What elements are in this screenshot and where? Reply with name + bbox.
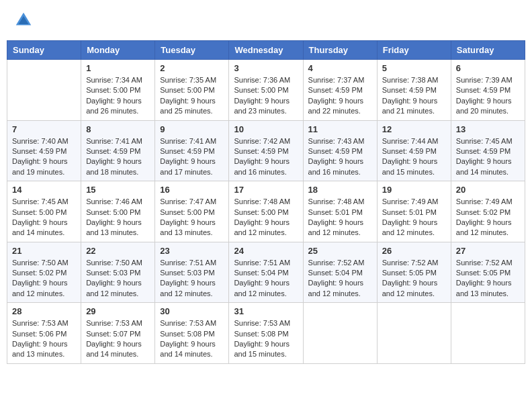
day-number: 19 — [382, 185, 446, 195]
day-number: 15 — [86, 185, 150, 195]
day-number: 23 — [160, 246, 224, 256]
day-number: 17 — [234, 185, 298, 195]
day-info: Sunrise: 7:52 AMSunset: 5:05 PMDaylight:… — [382, 258, 446, 300]
day-number: 18 — [308, 185, 372, 195]
day-cell: 21Sunrise: 7:50 AMSunset: 5:02 PMDayligh… — [7, 242, 81, 303]
day-info: Sunrise: 7:48 AMSunset: 5:00 PMDaylight:… — [234, 197, 298, 238]
week-row-3: 14Sunrise: 7:45 AMSunset: 5:00 PMDayligh… — [7, 181, 525, 242]
day-info: Sunrise: 7:48 AMSunset: 5:01 PMDaylight:… — [308, 197, 372, 238]
day-number: 26 — [382, 246, 446, 256]
day-cell: 3Sunrise: 7:36 AMSunset: 5:00 PMDaylight… — [229, 60, 303, 121]
day-info: Sunrise: 7:45 AMSunset: 4:59 PMDaylight:… — [456, 136, 520, 178]
day-info: Sunrise: 7:49 AMSunset: 5:01 PMDaylight:… — [382, 197, 446, 238]
day-info: Sunrise: 7:39 AMSunset: 4:59 PMDaylight:… — [456, 75, 520, 117]
day-cell: 8Sunrise: 7:41 AMSunset: 4:59 PMDaylight… — [81, 120, 155, 181]
logo-icon — [13, 10, 34, 30]
day-cell: 31Sunrise: 7:53 AMSunset: 5:08 PMDayligh… — [229, 303, 303, 364]
day-info: Sunrise: 7:38 AMSunset: 4:59 PMDaylight:… — [382, 75, 446, 117]
day-number: 2 — [160, 63, 224, 73]
day-info: Sunrise: 7:45 AMSunset: 5:00 PMDaylight:… — [12, 197, 76, 238]
page-header — [7, 7, 525, 34]
day-info: Sunrise: 7:53 AMSunset: 5:07 PMDaylight:… — [86, 318, 150, 360]
day-info: Sunrise: 7:41 AMSunset: 4:59 PMDaylight:… — [160, 136, 224, 178]
day-info: Sunrise: 7:53 AMSunset: 5:06 PMDaylight:… — [12, 318, 76, 360]
day-cell: 18Sunrise: 7:48 AMSunset: 5:01 PMDayligh… — [303, 181, 377, 242]
day-info: Sunrise: 7:35 AMSunset: 5:00 PMDaylight:… — [160, 75, 224, 117]
day-number: 13 — [456, 124, 520, 134]
day-number: 16 — [160, 185, 224, 195]
day-cell: 23Sunrise: 7:51 AMSunset: 5:03 PMDayligh… — [155, 242, 229, 303]
day-cell — [451, 303, 525, 364]
day-number: 9 — [160, 124, 224, 134]
day-info: Sunrise: 7:47 AMSunset: 5:00 PMDaylight:… — [160, 197, 224, 238]
day-info: Sunrise: 7:40 AMSunset: 4:59 PMDaylight:… — [12, 136, 76, 178]
day-cell: 5Sunrise: 7:38 AMSunset: 4:59 PMDaylight… — [377, 60, 451, 121]
day-info: Sunrise: 7:37 AMSunset: 4:59 PMDaylight:… — [308, 75, 372, 117]
day-cell: 29Sunrise: 7:53 AMSunset: 5:07 PMDayligh… — [81, 303, 155, 364]
day-cell: 24Sunrise: 7:51 AMSunset: 5:04 PMDayligh… — [229, 242, 303, 303]
day-number: 1 — [86, 63, 150, 73]
day-cell: 1Sunrise: 7:34 AMSunset: 5:00 PMDaylight… — [81, 60, 155, 121]
calendar-header-row: SundayMondayTuesdayWednesdayThursdayFrid… — [7, 41, 525, 60]
day-info: Sunrise: 7:49 AMSunset: 5:02 PMDaylight:… — [456, 197, 520, 238]
day-number: 10 — [234, 124, 298, 134]
day-info: Sunrise: 7:46 AMSunset: 5:00 PMDaylight:… — [86, 197, 150, 238]
week-row-4: 21Sunrise: 7:50 AMSunset: 5:02 PMDayligh… — [7, 242, 525, 303]
day-number: 20 — [456, 185, 520, 195]
col-header-saturday: Saturday — [451, 41, 525, 60]
day-number: 12 — [382, 124, 446, 134]
day-info: Sunrise: 7:50 AMSunset: 5:02 PMDaylight:… — [12, 258, 76, 300]
day-number: 25 — [308, 246, 372, 256]
day-cell: 28Sunrise: 7:53 AMSunset: 5:06 PMDayligh… — [7, 303, 81, 364]
day-info: Sunrise: 7:50 AMSunset: 5:03 PMDaylight:… — [86, 258, 150, 300]
calendar: SundayMondayTuesdayWednesdayThursdayFrid… — [7, 40, 525, 364]
day-number: 21 — [12, 246, 76, 256]
day-number: 22 — [86, 246, 150, 256]
col-header-tuesday: Tuesday — [155, 41, 229, 60]
day-cell: 19Sunrise: 7:49 AMSunset: 5:01 PMDayligh… — [377, 181, 451, 242]
day-number: 28 — [12, 306, 76, 316]
day-number: 3 — [234, 63, 298, 73]
day-info: Sunrise: 7:34 AMSunset: 5:00 PMDaylight:… — [86, 75, 150, 117]
day-number: 8 — [86, 124, 150, 134]
week-row-5: 28Sunrise: 7:53 AMSunset: 5:06 PMDayligh… — [7, 303, 525, 364]
day-number: 11 — [308, 124, 372, 134]
day-number: 31 — [234, 306, 298, 316]
day-cell: 26Sunrise: 7:52 AMSunset: 5:05 PMDayligh… — [377, 242, 451, 303]
day-number: 27 — [456, 246, 520, 256]
day-info: Sunrise: 7:51 AMSunset: 5:04 PMDaylight:… — [234, 258, 298, 300]
day-cell: 12Sunrise: 7:44 AMSunset: 4:59 PMDayligh… — [377, 120, 451, 181]
day-info: Sunrise: 7:43 AMSunset: 4:59 PMDaylight:… — [308, 136, 372, 178]
day-cell: 30Sunrise: 7:53 AMSunset: 5:08 PMDayligh… — [155, 303, 229, 364]
col-header-sunday: Sunday — [7, 41, 81, 60]
day-info: Sunrise: 7:52 AMSunset: 5:05 PMDaylight:… — [456, 258, 520, 300]
day-info: Sunrise: 7:42 AMSunset: 4:59 PMDaylight:… — [234, 136, 298, 178]
day-cell: 15Sunrise: 7:46 AMSunset: 5:00 PMDayligh… — [81, 181, 155, 242]
col-header-friday: Friday — [377, 41, 451, 60]
day-cell — [7, 60, 81, 121]
day-cell: 11Sunrise: 7:43 AMSunset: 4:59 PMDayligh… — [303, 120, 377, 181]
day-number: 5 — [382, 63, 446, 73]
day-cell: 10Sunrise: 7:42 AMSunset: 4:59 PMDayligh… — [229, 120, 303, 181]
day-cell: 16Sunrise: 7:47 AMSunset: 5:00 PMDayligh… — [155, 181, 229, 242]
day-cell: 22Sunrise: 7:50 AMSunset: 5:03 PMDayligh… — [81, 242, 155, 303]
day-cell: 27Sunrise: 7:52 AMSunset: 5:05 PMDayligh… — [451, 242, 525, 303]
day-number: 4 — [308, 63, 372, 73]
day-number: 24 — [234, 246, 298, 256]
week-row-2: 7Sunrise: 7:40 AMSunset: 4:59 PMDaylight… — [7, 120, 525, 181]
col-header-thursday: Thursday — [303, 41, 377, 60]
day-cell: 20Sunrise: 7:49 AMSunset: 5:02 PMDayligh… — [451, 181, 525, 242]
day-info: Sunrise: 7:44 AMSunset: 4:59 PMDaylight:… — [382, 136, 446, 178]
day-info: Sunrise: 7:36 AMSunset: 5:00 PMDaylight:… — [234, 75, 298, 117]
day-info: Sunrise: 7:53 AMSunset: 5:08 PMDaylight:… — [160, 318, 224, 360]
day-number: 30 — [160, 306, 224, 316]
day-info: Sunrise: 7:52 AMSunset: 5:04 PMDaylight:… — [308, 258, 372, 300]
day-cell — [303, 303, 377, 364]
day-number: 14 — [12, 185, 76, 195]
day-number: 7 — [12, 124, 76, 134]
day-info: Sunrise: 7:53 AMSunset: 5:08 PMDaylight:… — [234, 318, 298, 360]
day-cell — [377, 303, 451, 364]
week-row-1: 1Sunrise: 7:34 AMSunset: 5:00 PMDaylight… — [7, 60, 525, 121]
day-cell: 13Sunrise: 7:45 AMSunset: 4:59 PMDayligh… — [451, 120, 525, 181]
day-number: 6 — [456, 63, 520, 73]
